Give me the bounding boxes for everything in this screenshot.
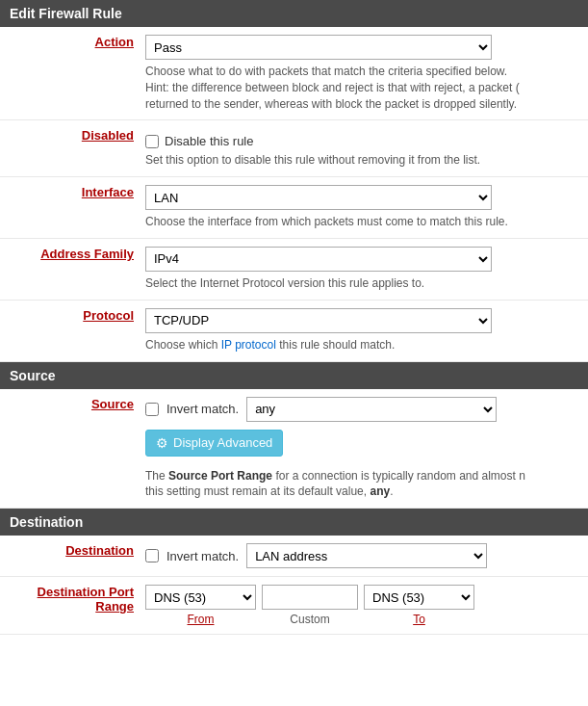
from-label: From	[188, 613, 215, 626]
disabled-checkbox-row: Disable this rule	[145, 134, 582, 148]
destination-row: Destination Invert match. LAN address LA…	[0, 536, 588, 577]
to-port-col: DNS (53) HTTP (80) HTTPS (443) any (othe…	[364, 585, 474, 626]
to-label: To	[413, 613, 425, 626]
destination-label-cell: Destination	[0, 536, 140, 577]
interface-label-cell: Interface	[0, 177, 140, 239]
disabled-checkbox-label: Disable this rule	[165, 134, 254, 148]
port-range-inputs: DNS (53) HTTP (80) HTTPS (443) any (othe…	[145, 585, 582, 626]
source-any-label: any	[370, 484, 390, 498]
protocol-help: Choose which IP protocol this rule shoul…	[145, 337, 582, 353]
source-section-header: Source	[0, 362, 588, 389]
custom-port-col: Custom	[262, 585, 358, 626]
destination-section-header: Destination	[0, 509, 588, 536]
interface-label: Interface	[82, 185, 134, 199]
action-content: Pass Block Reject Choose what to do with…	[140, 27, 588, 120]
destination-invert-checkbox[interactable]	[145, 549, 159, 562]
protocol-label: Protocol	[83, 308, 134, 323]
source-content: Invert match. any LAN net LAN address WA…	[140, 389, 588, 509]
protocol-label-cell: Protocol	[0, 300, 140, 361]
source-invert-label: Invert match.	[166, 402, 239, 416]
form-table: Action Pass Block Reject Choose what to …	[0, 27, 588, 362]
address-family-row: Address Family IPv4 IPv6 IPv4+IPv6 Selec…	[0, 238, 588, 300]
disabled-help: Set this option to disable this rule wit…	[145, 152, 582, 169]
action-label: Action	[95, 35, 134, 49]
destination-port-range-label-cell: Destination Port Range	[0, 577, 140, 635]
disabled-content: Disable this rule Set this option to dis…	[140, 120, 588, 177]
disabled-label: Disabled	[82, 128, 134, 143]
destination-input-row: Invert match. LAN address LAN net WAN ad…	[145, 543, 582, 568]
address-family-select[interactable]: IPv4 IPv6 IPv4+IPv6	[145, 247, 492, 272]
custom-label: Custom	[290, 613, 329, 626]
disabled-checkbox[interactable]	[145, 135, 159, 148]
action-row: Action Pass Block Reject Choose what to …	[0, 27, 588, 120]
source-label-cell: Source	[0, 389, 140, 509]
destination-label: Destination	[65, 543, 134, 558]
disabled-row: Disabled Disable this rule Set this opti…	[0, 120, 588, 177]
from-port-col: DNS (53) HTTP (80) HTTPS (443) any (othe…	[145, 585, 256, 626]
destination-port-range-content: DNS (53) HTTP (80) HTTPS (443) any (othe…	[140, 577, 588, 635]
page-title: Edit Firewall Rule	[0, 0, 588, 27]
page-header: Edit Firewall Rule	[0, 0, 588, 27]
protocol-row: Protocol TCP/UDP TCP UDP ICMP any Choose…	[0, 300, 588, 361]
disabled-label-cell: Disabled	[0, 120, 140, 177]
display-advanced-wrapper: ⚙ Display Advanced	[145, 422, 582, 464]
display-advanced-button[interactable]: ⚙ Display Advanced	[145, 430, 283, 457]
to-port-select[interactable]: DNS (53) HTTP (80) HTTPS (443) any (othe…	[364, 585, 474, 610]
source-port-range-label: Source Port Range	[168, 469, 272, 483]
destination-invert-label: Invert match.	[166, 549, 239, 563]
destination-port-range-label: Destination Port Range	[38, 585, 134, 614]
action-select[interactable]: Pass Block Reject	[145, 35, 492, 60]
protocol-content: TCP/UDP TCP UDP ICMP any Choose which IP…	[140, 300, 588, 361]
source-select[interactable]: any LAN net LAN address WAN net WAN addr…	[246, 397, 497, 422]
address-family-label: Address Family	[40, 247, 134, 261]
destination-port-range-row: Destination Port Range DNS (53) HTTP (80…	[0, 577, 588, 635]
source-help: The Source Port Range for a connection i…	[145, 468, 582, 501]
interface-select[interactable]: LAN WAN Loopback	[145, 185, 492, 210]
destination-content: Invert match. LAN address LAN net WAN ad…	[140, 536, 588, 577]
interface-help: Choose the interface from which packets …	[145, 214, 582, 230]
destination-table: Destination Invert match. LAN address LA…	[0, 536, 588, 635]
interface-content: LAN WAN Loopback Choose the interface fr…	[140, 177, 588, 239]
from-port-select[interactable]: DNS (53) HTTP (80) HTTPS (443) any (othe…	[145, 585, 256, 610]
address-family-help: Select the Internet Protocol version thi…	[145, 275, 582, 292]
source-invert-checkbox[interactable]	[145, 403, 159, 416]
source-label: Source	[91, 397, 134, 411]
source-table: Source Invert match. any LAN net LAN add…	[0, 389, 588, 510]
custom-port-input[interactable]	[262, 585, 358, 610]
source-row: Source Invert match. any LAN net LAN add…	[0, 389, 588, 509]
action-help: Choose what to do with packets that matc…	[145, 64, 582, 112]
protocol-help-link: IP protocol	[221, 338, 276, 352]
action-label-cell: Action	[0, 27, 140, 120]
gear-icon: ⚙	[156, 435, 168, 451]
source-input-row: Invert match. any LAN net LAN address WA…	[145, 397, 582, 422]
protocol-select[interactable]: TCP/UDP TCP UDP ICMP any	[145, 308, 492, 333]
address-family-label-cell: Address Family	[0, 238, 140, 300]
address-family-content: IPv4 IPv6 IPv4+IPv6 Select the Internet …	[140, 238, 588, 300]
destination-select[interactable]: LAN address LAN net WAN address WAN net …	[246, 543, 487, 568]
interface-row: Interface LAN WAN Loopback Choose the in…	[0, 177, 588, 239]
